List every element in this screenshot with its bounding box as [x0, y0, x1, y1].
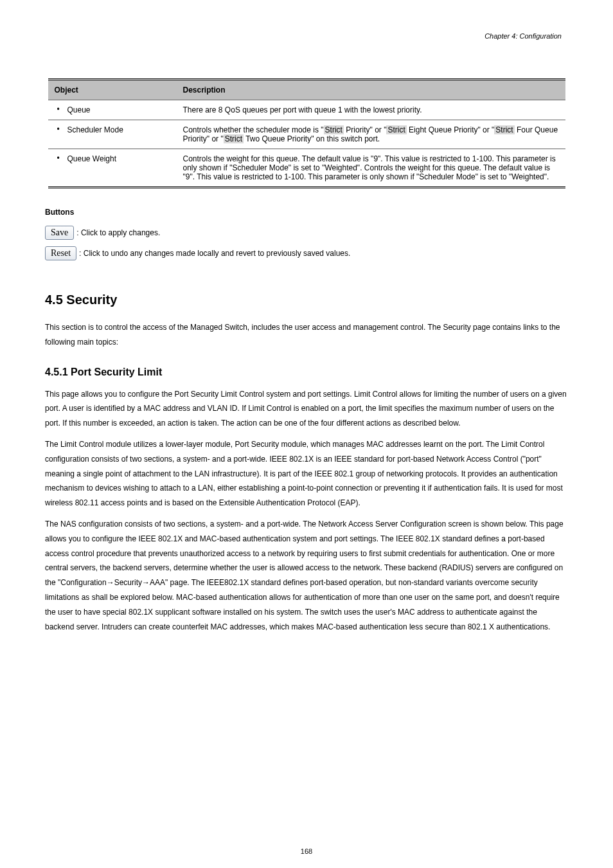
section-heading-security: 4.5 Security — [45, 293, 568, 307]
table-row: Queue Weight Controls the weight for thi… — [48, 149, 565, 188]
highlight: Strict — [494, 125, 514, 134]
highlight: Strict — [224, 134, 244, 143]
reset-button-description: : Click to undo any changes made locally… — [79, 249, 350, 258]
port-security-paragraph-3: The NAS configuration consists of two se… — [45, 517, 568, 634]
save-button[interactable]: Save — [45, 226, 74, 240]
save-button-description: : Click to apply changes. — [76, 228, 160, 237]
cell-object: Queue Weight — [48, 149, 177, 188]
page-number: 168 — [0, 847, 613, 855]
desc-fragment: Two Queue Priority" on this switch port. — [244, 134, 380, 143]
table-header-description: Description — [177, 80, 565, 100]
buttons-heading: Buttons — [45, 208, 568, 217]
cell-description: Controls whether the scheduler mode is "… — [177, 120, 565, 149]
config-path-quote: "Configuration→Security→AAA" page. The I… — [58, 578, 323, 587]
desc-fragment: Controls whether the scheduler mode is " — [183, 125, 324, 134]
desc-fragment: Priority" or " — [344, 125, 387, 134]
table-header-object: Object — [48, 80, 177, 100]
table-row: Queue There are 8 QoS queues per port wi… — [48, 100, 565, 120]
port-security-paragraph-2: The Limit Control module utilizes a lowe… — [45, 437, 568, 511]
cell-description: Controls the weight for this queue. The … — [177, 149, 565, 188]
table-row: Scheduler Mode Controls whether the sche… — [48, 120, 565, 149]
paragraph-fragment: The NAS configuration consists of two se… — [45, 520, 564, 587]
cell-object: Queue — [48, 100, 177, 120]
security-intro-paragraph: This section is to control the access of… — [45, 320, 568, 350]
cell-object: Scheduler Mode — [48, 120, 177, 149]
chapter-header: Chapter 4: Configuration — [45, 32, 568, 40]
object-description-table: Object Description Queue There are 8 QoS… — [48, 78, 565, 188]
desc-fragment: Eight Queue Priority" or " — [407, 125, 495, 134]
subsection-heading-port-security: 4.5.1 Port Security Limit — [45, 366, 568, 378]
port-security-paragraph-1: This page allows you to configure the Po… — [45, 387, 568, 431]
cell-description: There are 8 QoS queues per port with que… — [177, 100, 565, 120]
highlight: Strict — [386, 125, 406, 134]
reset-button[interactable]: Reset — [45, 246, 76, 260]
highlight: Strict — [324, 125, 344, 134]
